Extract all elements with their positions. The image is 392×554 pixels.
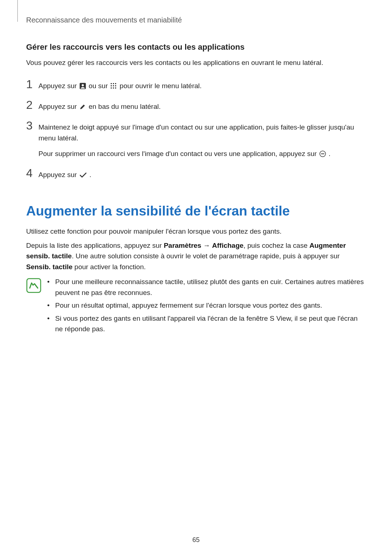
svg-rect-3: [113, 83, 114, 84]
step-1: 1 Appuyez sur ou sur: [26, 78, 366, 91]
page-left-rule: [17, 0, 18, 22]
note-icon: [26, 276, 44, 295]
text: , puis cochez la case: [244, 242, 310, 249]
svg-rect-10: [115, 87, 116, 89]
step-text: Appuyez sur: [38, 103, 79, 110]
minus-circle-icon: [319, 151, 326, 157]
step-text: .: [328, 150, 330, 157]
svg-point-1: [82, 84, 84, 86]
check-icon: [79, 172, 87, 178]
bullet-text: Pour une meilleure reconnaissance tactil…: [55, 276, 366, 298]
step-number: 3: [26, 120, 38, 131]
step-number: 2: [26, 99, 38, 111]
contact-icon: [79, 83, 86, 89]
running-header: Reconnaissance des mouvements et maniabi…: [26, 16, 366, 24]
step-text: ou sur: [89, 82, 110, 90]
manual-page: Reconnaissance des mouvements et maniabi…: [0, 0, 392, 554]
step-2: 2 Appuyez sur en bas du menu latéral.: [26, 99, 366, 112]
body-paragraph: Utilisez cette fonction pour pouvoir man…: [26, 226, 366, 237]
step-list: 1 Appuyez sur ou sur: [26, 78, 366, 180]
svg-rect-13: [27, 279, 41, 292]
step-text: Appuyez sur: [38, 171, 79, 178]
bold-text: Paramètres: [164, 242, 201, 249]
step-body: Appuyez sur en bas du menu latéral.: [38, 99, 161, 112]
note-bullet: • Pour un résultat optimal, appuyez ferm…: [47, 300, 366, 311]
step-body: Appuyez sur ou sur: [38, 78, 202, 91]
step-4: 4 Appuyez sur .: [26, 167, 366, 180]
text: pour activer la fonction.: [73, 263, 146, 271]
step-text: Pour supprimer un raccourci vers l'image…: [38, 150, 319, 157]
svg-rect-4: [115, 83, 116, 84]
step-number: 4: [26, 167, 38, 179]
svg-rect-5: [111, 85, 112, 86]
pen-icon: [79, 103, 86, 110]
svg-rect-2: [111, 83, 112, 84]
step-3: 3 Maintenez le doigt appuyé sur l'image …: [26, 120, 366, 159]
step-text: Maintenez le doigt appuyé sur l'image d'…: [38, 122, 366, 143]
step-body: Maintenez le doigt appuyé sur l'image d'…: [38, 120, 366, 159]
bullet-text: Si vous portez des gants en utilisant l'…: [55, 313, 366, 335]
section-intro: Vous pouvez gérer les raccourcis vers le…: [26, 58, 366, 68]
arrow-text: →: [201, 242, 212, 249]
note-bullet: • Pour une meilleure reconnaissance tact…: [47, 276, 366, 298]
text: Depuis la liste des applications, appuye…: [26, 242, 164, 249]
step-text: Appuyez sur: [38, 82, 79, 90]
step-text: pour ouvrir le menu latéral.: [120, 82, 202, 90]
bullet-dot: •: [47, 276, 55, 298]
step-body: Appuyez sur .: [38, 167, 91, 180]
apps-grid-icon: [110, 83, 117, 89]
step-text: en bas du menu latéral.: [89, 103, 161, 110]
svg-rect-6: [113, 85, 114, 86]
body-paragraph: Depuis la liste des applications, appuye…: [26, 240, 366, 272]
page-number: 65: [0, 536, 392, 544]
section-title-sensitivity: Augmenter la sensibilité de l'écran tact…: [26, 203, 366, 219]
bold-text: Sensib. tactile: [26, 263, 73, 271]
section-title-shortcuts: Gérer les raccourcis vers les contacts o…: [26, 42, 366, 52]
note-bullets: • Pour une meilleure reconnaissance tact…: [44, 276, 366, 336]
note-bullet: • Si vous portez des gants en utilisant …: [47, 313, 366, 335]
text: . Une autre solution consiste à ouvrir l…: [72, 252, 340, 260]
svg-rect-9: [113, 87, 114, 89]
step-number: 1: [26, 78, 38, 90]
bullet-dot: •: [47, 300, 55, 311]
bullet-text: Pour un résultat optimal, appuyez fermem…: [55, 300, 366, 311]
bullet-dot: •: [47, 313, 55, 335]
svg-rect-12: [321, 153, 324, 154]
svg-rect-8: [111, 87, 112, 89]
note-block: • Pour une meilleure reconnaissance tact…: [26, 276, 366, 336]
bold-text: Affichage: [212, 242, 244, 249]
step-text: .: [89, 171, 91, 178]
svg-rect-7: [115, 85, 116, 86]
